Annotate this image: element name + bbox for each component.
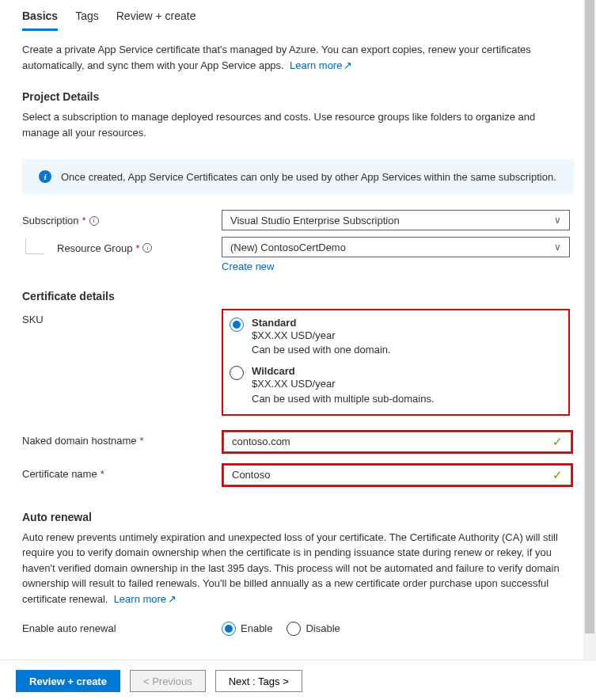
certificate-name-input[interactable]: Contoso ✓	[223, 465, 571, 485]
enable-auto-renewal-label: Enable auto renewal	[22, 622, 116, 634]
info-text: Once created, App Service Certificates c…	[61, 171, 556, 183]
wizard-footer: Review + create < Previous Next : Tags >	[0, 660, 596, 700]
chevron-down-icon: ∨	[554, 215, 561, 226]
disable-label: Disable	[306, 622, 340, 634]
subscription-dropdown[interactable]: Visual Studio Enterprise Subscription ∨	[222, 210, 570, 230]
learn-more-label: Learn more	[114, 593, 166, 605]
valid-check-icon: ✓	[552, 435, 563, 449]
create-new-link[interactable]: Create new	[222, 261, 274, 272]
info-hint-icon[interactable]: i	[142, 243, 152, 253]
intro-text: Create a private App Service certificate…	[22, 42, 574, 73]
disable-radio[interactable]	[287, 622, 301, 636]
auto-renewal-desc: Auto renew prevents untimely expiration …	[22, 530, 574, 607]
sku-standard-title: Standard	[252, 317, 391, 329]
sku-wildcard-price: $XX.XX USD/year	[252, 377, 435, 391]
review-create-button[interactable]: Review + create	[16, 670, 120, 692]
sku-options-highlight: Standard $XX.XX USD/year Can be used wit…	[222, 309, 570, 416]
auto-renewal-heading: Auto renewal	[22, 511, 574, 523]
learn-more-link[interactable]: Learn more↗	[290, 59, 352, 71]
required-asterisk: *	[101, 468, 104, 480]
resource-group-value: (New) ContosoCertDemo	[230, 242, 346, 253]
tab-tags[interactable]: Tags	[75, 5, 99, 30]
external-link-icon: ↗	[168, 593, 177, 605]
indent-connector	[25, 238, 44, 254]
learn-more-label: Learn more	[290, 59, 342, 71]
hostname-highlight: contoso.com ✓	[222, 430, 573, 454]
intro-body: Create a private App Service certificate…	[22, 44, 531, 71]
sku-standard-desc: Can be used with one domain.	[252, 343, 391, 357]
hostname-value: contoso.com	[232, 436, 290, 447]
resource-group-label: Resource Group	[57, 242, 132, 254]
sku-wildcard-desc: Can be used with multiple sub-domains.	[252, 392, 435, 406]
hostname-input[interactable]: contoso.com ✓	[223, 432, 571, 452]
chevron-down-icon: ∨	[554, 242, 561, 253]
enable-radio[interactable]	[222, 622, 236, 636]
required-asterisk: *	[82, 215, 86, 226]
tab-review-create[interactable]: Review + create	[116, 5, 196, 30]
enable-radio-option[interactable]: Enable	[222, 621, 272, 636]
sku-label: SKU	[22, 314, 44, 325]
project-details-heading: Project Details	[22, 90, 574, 103]
project-details-desc: Select a subscription to manage deployed…	[22, 109, 574, 140]
subscription-value: Visual Studio Enterprise Subscription	[230, 215, 400, 226]
naked-domain-label: Naked domain hostname	[22, 435, 137, 447]
subscription-label: Subscription	[22, 215, 79, 226]
sku-wildcard-radio[interactable]	[230, 366, 244, 380]
scrollbar-thumb[interactable]	[585, 0, 594, 633]
certificate-name-label: Certificate name	[22, 468, 97, 480]
info-hint-icon[interactable]: i	[89, 216, 99, 226]
sku-wildcard-title: Wildcard	[252, 365, 435, 377]
required-asterisk: *	[135, 242, 139, 254]
certname-highlight: Contoso ✓	[222, 463, 573, 487]
valid-check-icon: ✓	[552, 468, 563, 482]
required-asterisk: *	[140, 435, 144, 447]
sku-standard-radio[interactable]	[230, 318, 244, 332]
sku-standard-price: $XX.XX USD/year	[252, 329, 391, 343]
certificate-name-value: Contoso	[232, 469, 270, 481]
resource-group-dropdown[interactable]: (New) ContosoCertDemo ∨	[222, 237, 570, 257]
certificate-details-heading: Certificate details	[22, 290, 574, 302]
external-link-icon: ↗	[344, 59, 352, 71]
tab-basics[interactable]: Basics	[22, 5, 58, 31]
tab-bar: Basics Tags Review + create	[22, 0, 574, 31]
disable-radio-option[interactable]: Disable	[287, 621, 340, 636]
auto-renewal-body: Auto renew prevents untimely expiration …	[22, 531, 560, 605]
scrollbar[interactable]	[583, 0, 596, 662]
enable-label: Enable	[241, 622, 272, 634]
auto-renewal-learn-more-link[interactable]: Learn more↗	[114, 593, 177, 605]
previous-button[interactable]: < Previous	[130, 670, 206, 692]
info-callout: i Once created, App Service Certificates…	[22, 159, 574, 194]
next-button[interactable]: Next : Tags >	[215, 670, 302, 692]
info-icon: i	[39, 170, 51, 183]
